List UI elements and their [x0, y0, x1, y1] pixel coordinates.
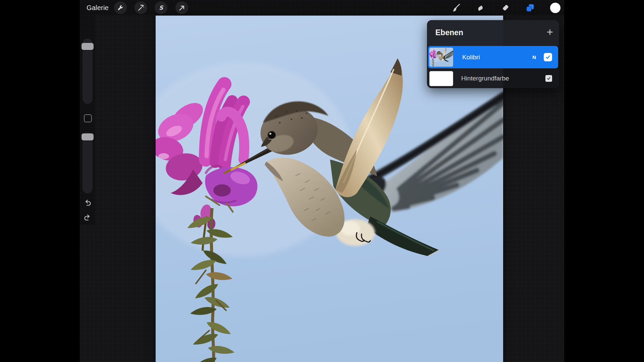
- layer-name: Hintergrundfarbe: [461, 69, 509, 88]
- layers-panel-title: Ebenen: [435, 28, 463, 37]
- modify-button[interactable]: [84, 114, 92, 122]
- adjustments-button[interactable]: [135, 1, 147, 14]
- blend-mode-badge[interactable]: N: [532, 46, 536, 68]
- layer-visibility-checkbox[interactable]: [545, 75, 552, 82]
- screen: Galerie S: [0, 0, 644, 362]
- right-black-bar: [564, 0, 644, 362]
- transform-arrow-icon: [178, 4, 186, 12]
- top-toolbar: Galerie S: [80, 0, 564, 16]
- redo-icon: [84, 214, 92, 222]
- layer-thumbnail-artwork: [429, 48, 453, 67]
- background-color-swatch[interactable]: [429, 71, 453, 86]
- brush-size-slider-handle[interactable]: [82, 43, 94, 50]
- color-circle-icon: [550, 3, 560, 13]
- smudge-finger-icon: [476, 3, 485, 12]
- add-layer-button[interactable]: +: [547, 25, 553, 39]
- layer-name: Kolibri: [462, 46, 480, 68]
- actions-button[interactable]: [114, 1, 127, 14]
- opacity-slider-handle[interactable]: [82, 133, 94, 140]
- layers-icon: [526, 3, 535, 12]
- layers-tool-button[interactable]: [524, 0, 536, 15]
- selection-s-icon: S: [157, 4, 165, 12]
- wrench-icon: [117, 4, 124, 12]
- layer-row-kolibri[interactable]: Kolibri N: [428, 46, 558, 68]
- smudge-tool-button[interactable]: [474, 0, 487, 15]
- brush-tool-button[interactable]: [449, 0, 462, 15]
- sidebar: [80, 15, 95, 225]
- eraser-icon: [501, 3, 510, 12]
- checkbox-checked-icon: [546, 76, 551, 81]
- procreate-app: Galerie S: [80, 0, 564, 362]
- magic-wand-icon: [137, 4, 145, 12]
- svg-text:S: S: [159, 4, 164, 11]
- layer-visibility-checkbox[interactable]: [544, 53, 552, 61]
- checkbox-checked-icon: [545, 54, 551, 60]
- undo-icon: [84, 199, 92, 207]
- redo-button[interactable]: [84, 214, 92, 222]
- color-tool-button[interactable]: [549, 0, 561, 15]
- brush-icon: [451, 3, 460, 12]
- layer-thumbnail[interactable]: [429, 48, 453, 67]
- layer-row-hintergrundfarbe[interactable]: Hintergrundfarbe: [427, 69, 559, 88]
- layers-panel-header: Ebenen +: [427, 20, 559, 46]
- gallery-button[interactable]: Galerie: [87, 0, 109, 15]
- eraser-tool-button[interactable]: [499, 0, 512, 15]
- undo-button[interactable]: [84, 199, 92, 207]
- left-black-bar: [0, 0, 80, 362]
- layers-panel: Ebenen + Kolibri N Hint: [427, 20, 559, 88]
- opacity-slider[interactable]: [83, 132, 93, 193]
- selection-button[interactable]: S: [155, 1, 167, 14]
- transform-button[interactable]: [175, 1, 188, 14]
